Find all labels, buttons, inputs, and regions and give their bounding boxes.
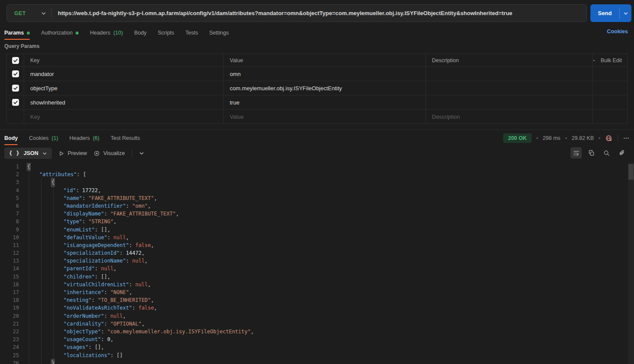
- param-placeholder-row[interactable]: KeyValueDescription: [7, 110, 627, 124]
- more-options-icon[interactable]: [593, 57, 596, 64]
- param-description[interactable]: [426, 67, 593, 81]
- tab-headers[interactable]: Headers(10): [90, 27, 123, 39]
- tab-cookies[interactable]: Cookies(1): [29, 132, 58, 144]
- tab-authorization[interactable]: Authorization: [41, 27, 79, 39]
- code-token: "OPTIONAL": [110, 320, 141, 328]
- send-options-button[interactable]: [620, 4, 631, 22]
- code-token: ,: [114, 265, 117, 272]
- param-value[interactable]: omn: [224, 67, 426, 81]
- param-key[interactable]: Key: [24, 110, 224, 123]
- indent-guide: [51, 202, 63, 210]
- code-token: "NONE": [110, 288, 129, 296]
- code-line: 3{: [0, 178, 628, 186]
- cookies-link[interactable]: Cookies: [607, 28, 628, 35]
- line-number: 15: [0, 273, 19, 281]
- code-line: 24"usages": [],: [0, 343, 628, 351]
- tab-scripts[interactable]: Scripts: [158, 27, 174, 39]
- code-line: 5"name": "FAKE_ATTRIBUTE_TEXT",: [0, 194, 628, 202]
- indent-guide: [51, 218, 63, 225]
- param-key[interactable]: showInherited: [24, 95, 224, 109]
- network-warning-globe-icon[interactable]: [605, 134, 613, 142]
- param-key[interactable]: mandator: [24, 67, 224, 81]
- response-format-dropdown[interactable]: { } JSON: [4, 148, 52, 159]
- response-options-icon[interactable]: [623, 135, 630, 142]
- status-badge[interactable]: 200 OK: [503, 133, 531, 143]
- indent-guide: [51, 304, 63, 312]
- indent-guide: [39, 218, 51, 225]
- param-checkbox[interactable]: [12, 70, 19, 77]
- code-token: :: [101, 328, 107, 336]
- bulk-edit-button[interactable]: Bulk Edit: [601, 57, 622, 63]
- copy-icon[interactable]: [586, 147, 597, 158]
- line-number: 5: [0, 194, 19, 202]
- param-value[interactable]: true: [224, 95, 426, 109]
- response-body-json[interactable]: 1{2"attributes": [3{4"id": 17722,5"name"…: [0, 163, 628, 364]
- code-token: ,: [151, 296, 154, 304]
- indent-guide: [39, 265, 51, 272]
- indent-guide: [39, 336, 51, 343]
- wrap-text-button[interactable]: [571, 147, 582, 158]
- code-token: "STRING": [89, 218, 114, 225]
- param-description[interactable]: [426, 95, 593, 109]
- indent-guide: [39, 226, 51, 234]
- method-selector[interactable]: GET: [7, 10, 51, 16]
- tab-test-results[interactable]: Test Results: [111, 132, 140, 144]
- indent-guide: [39, 234, 51, 241]
- scrollbar-track[interactable]: [628, 163, 634, 364]
- param-value[interactable]: Value: [224, 110, 426, 123]
- param-row[interactable]: objectTypecom.meylemueller.obj.isy.ISYFi…: [7, 81, 627, 95]
- response-time: 298 ms: [543, 135, 561, 141]
- param-description[interactable]: Description: [426, 110, 593, 123]
- indent-guide: [27, 359, 39, 364]
- param-value[interactable]: com.meylemueller.obj.isy.ISYFileObjectEn…: [224, 81, 426, 95]
- separator-dot: [565, 137, 567, 139]
- query-params-table: Key Value Description Bulk Edit mandator…: [6, 54, 628, 124]
- code-token: [],: [95, 343, 104, 351]
- param-description[interactable]: [426, 81, 593, 95]
- visualize-button[interactable]: Visualize: [94, 150, 125, 156]
- url-input[interactable]: [52, 10, 586, 16]
- code-line: 4"id": 17722,: [0, 187, 628, 194]
- select-all-checkbox[interactable]: [12, 57, 19, 64]
- code-token: "nesting": [63, 296, 92, 304]
- tab-body[interactable]: Body: [4, 132, 18, 144]
- code-line: 9"enumList": [],: [0, 226, 628, 234]
- tab-settings[interactable]: Settings: [209, 27, 229, 39]
- search-icon[interactable]: [601, 147, 612, 158]
- code-line: 25"localizations": []: [0, 351, 628, 359]
- param-checkbox-cell: [7, 67, 24, 81]
- format-label: JSON: [24, 150, 38, 156]
- tab-body[interactable]: Body: [134, 27, 147, 39]
- indent-guide: [39, 257, 51, 265]
- preview-button[interactable]: Preview: [59, 150, 87, 156]
- link-icon[interactable]: [616, 147, 627, 158]
- code-token: "omn": [132, 202, 148, 210]
- indent-guide: [51, 210, 63, 218]
- line-number: 26: [0, 359, 19, 364]
- param-key[interactable]: objectType: [24, 81, 224, 95]
- param-checkbox[interactable]: [12, 85, 19, 92]
- send-button[interactable]: Send: [590, 4, 631, 22]
- code-token: ,: [148, 281, 151, 288]
- code-token: ,: [98, 187, 101, 194]
- param-checkbox[interactable]: [12, 99, 19, 106]
- line-number: 8: [0, 218, 19, 225]
- param-row[interactable]: mandatoromn: [7, 67, 627, 81]
- tab-headers[interactable]: Headers(6): [70, 132, 100, 144]
- code-line: 6"mandatorIdentifier": "omn",: [0, 202, 628, 210]
- tab-params[interactable]: Params: [4, 27, 30, 39]
- scrollbar-thumb[interactable]: [628, 164, 634, 180]
- more-formats-chevron-icon[interactable]: [139, 151, 144, 156]
- indent-guide: [39, 304, 51, 312]
- code-token: "noValidateAsRichText": [63, 304, 132, 312]
- tab-tests[interactable]: Tests: [185, 27, 198, 39]
- indent-guide: [51, 336, 63, 343]
- indent-guide: [27, 328, 39, 336]
- indent-guide: [51, 273, 63, 281]
- code-token: ,: [142, 320, 145, 328]
- code-line: 15"children": [],: [0, 273, 628, 281]
- column-header-description: Description: [426, 54, 593, 66]
- indent-guide: [27, 241, 39, 249]
- param-row[interactable]: showInheritedtrue: [7, 95, 627, 110]
- code-token: ,: [151, 241, 154, 249]
